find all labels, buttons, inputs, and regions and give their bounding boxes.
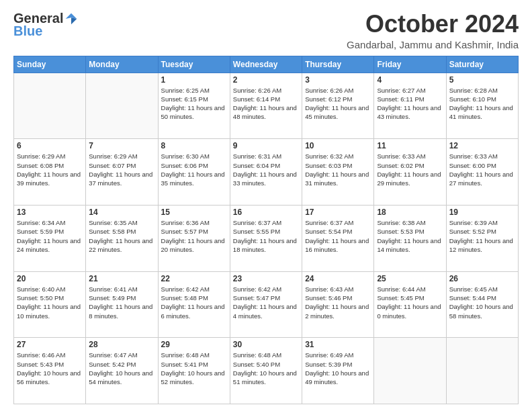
table-row: 26Sunrise: 6:45 AM Sunset: 5:44 PM Dayli…	[446, 271, 518, 338]
day-number: 20	[17, 274, 83, 283]
day-number: 23	[233, 274, 299, 283]
day-info: Sunrise: 6:45 AM Sunset: 5:44 PM Dayligh…	[449, 285, 515, 320]
day-info: Sunrise: 6:36 AM Sunset: 5:57 PM Dayligh…	[161, 218, 227, 254]
table-row: 6Sunrise: 6:29 AM Sunset: 6:08 PM Daylig…	[14, 139, 86, 205]
day-number: 31	[305, 340, 371, 349]
table-row: 11Sunrise: 6:33 AM Sunset: 6:02 PM Dayli…	[374, 139, 446, 205]
calendar-week-row: 20Sunrise: 6:40 AM Sunset: 5:50 PM Dayli…	[14, 271, 519, 338]
calendar-header-row: Sunday Monday Tuesday Wednesday Thursday…	[14, 56, 519, 73]
day-number: 24	[305, 274, 371, 283]
day-number: 16	[233, 208, 299, 217]
day-info: Sunrise: 6:43 AM Sunset: 5:46 PM Dayligh…	[305, 285, 371, 320]
col-friday: Friday	[374, 56, 446, 73]
day-info: Sunrise: 6:44 AM Sunset: 5:45 PM Dayligh…	[377, 285, 443, 320]
day-number: 11	[377, 141, 443, 150]
table-row: 14Sunrise: 6:35 AM Sunset: 5:58 PM Dayli…	[86, 205, 158, 271]
day-number: 7	[89, 141, 154, 150]
day-number: 19	[449, 208, 515, 217]
calendar-week-row: 27Sunrise: 6:46 AM Sunset: 5:43 PM Dayli…	[14, 338, 519, 404]
day-info: Sunrise: 6:34 AM Sunset: 5:59 PM Dayligh…	[17, 218, 83, 254]
table-row: 5Sunrise: 6:28 AM Sunset: 6:10 PM Daylig…	[446, 73, 518, 139]
day-number: 10	[305, 141, 371, 150]
day-info: Sunrise: 6:39 AM Sunset: 5:52 PM Dayligh…	[449, 218, 515, 254]
day-number: 14	[89, 208, 154, 217]
day-number: 28	[89, 340, 154, 349]
day-info: Sunrise: 6:47 AM Sunset: 5:42 PM Dayligh…	[89, 351, 154, 386]
table-row: 21Sunrise: 6:41 AM Sunset: 5:49 PM Dayli…	[86, 271, 158, 338]
table-row	[374, 338, 446, 404]
table-row: 8Sunrise: 6:30 AM Sunset: 6:06 PM Daylig…	[158, 139, 230, 205]
day-info: Sunrise: 6:32 AM Sunset: 6:03 PM Dayligh…	[305, 152, 371, 187]
table-row: 18Sunrise: 6:38 AM Sunset: 5:53 PM Dayli…	[374, 205, 446, 271]
day-number: 18	[377, 208, 443, 217]
day-number: 21	[89, 274, 154, 283]
table-row: 3Sunrise: 6:26 AM Sunset: 6:12 PM Daylig…	[302, 73, 374, 139]
table-row: 1Sunrise: 6:25 AM Sunset: 6:15 PM Daylig…	[158, 73, 230, 139]
title-block: October 2024 Gandarbal, Jammu and Kashmi…	[347, 11, 519, 50]
calendar-week-row: 6Sunrise: 6:29 AM Sunset: 6:08 PM Daylig…	[14, 139, 519, 205]
table-row: 29Sunrise: 6:48 AM Sunset: 5:41 PM Dayli…	[158, 338, 230, 404]
day-number: 3	[305, 75, 371, 85]
table-row: 24Sunrise: 6:43 AM Sunset: 5:46 PM Dayli…	[302, 271, 374, 338]
table-row: 17Sunrise: 6:37 AM Sunset: 5:54 PM Dayli…	[302, 205, 374, 271]
table-row: 22Sunrise: 6:42 AM Sunset: 5:48 PM Dayli…	[158, 271, 230, 338]
day-info: Sunrise: 6:37 AM Sunset: 5:55 PM Dayligh…	[233, 218, 299, 254]
day-info: Sunrise: 6:46 AM Sunset: 5:43 PM Dayligh…	[17, 351, 83, 386]
day-info: Sunrise: 6:26 AM Sunset: 6:12 PM Dayligh…	[305, 86, 371, 122]
day-info: Sunrise: 6:38 AM Sunset: 5:53 PM Dayligh…	[377, 218, 443, 254]
day-number: 29	[161, 340, 227, 349]
day-number: 22	[161, 274, 227, 283]
col-wednesday: Wednesday	[230, 56, 302, 73]
day-info: Sunrise: 6:30 AM Sunset: 6:06 PM Dayligh…	[161, 152, 227, 187]
table-row: 28Sunrise: 6:47 AM Sunset: 5:42 PM Dayli…	[86, 338, 158, 404]
day-number: 12	[449, 141, 515, 150]
day-info: Sunrise: 6:29 AM Sunset: 6:08 PM Dayligh…	[17, 152, 83, 187]
day-info: Sunrise: 6:41 AM Sunset: 5:49 PM Dayligh…	[89, 285, 154, 320]
day-number: 27	[17, 340, 83, 349]
day-number: 1	[161, 75, 227, 85]
day-info: Sunrise: 6:48 AM Sunset: 5:40 PM Dayligh…	[233, 351, 299, 386]
table-row: 2Sunrise: 6:26 AM Sunset: 6:14 PM Daylig…	[230, 73, 302, 139]
table-row: 4Sunrise: 6:27 AM Sunset: 6:11 PM Daylig…	[374, 73, 446, 139]
day-info: Sunrise: 6:42 AM Sunset: 5:48 PM Dayligh…	[161, 285, 227, 320]
table-row: 10Sunrise: 6:32 AM Sunset: 6:03 PM Dayli…	[302, 139, 374, 205]
day-number: 30	[233, 340, 299, 349]
logo-blue: Blue	[13, 24, 42, 39]
col-tuesday: Tuesday	[158, 56, 230, 73]
page-header: General Blue October 2024 Gandarbal, Jam…	[13, 11, 519, 50]
table-row: 23Sunrise: 6:42 AM Sunset: 5:47 PM Dayli…	[230, 271, 302, 338]
table-row: 30Sunrise: 6:48 AM Sunset: 5:40 PM Dayli…	[230, 338, 302, 404]
table-row: 16Sunrise: 6:37 AM Sunset: 5:55 PM Dayli…	[230, 205, 302, 271]
day-info: Sunrise: 6:29 AM Sunset: 6:07 PM Dayligh…	[89, 152, 154, 187]
day-number: 8	[161, 141, 227, 150]
day-info: Sunrise: 6:42 AM Sunset: 5:47 PM Dayligh…	[233, 285, 299, 320]
col-monday: Monday	[86, 56, 158, 73]
day-number: 2	[233, 75, 299, 85]
day-info: Sunrise: 6:25 AM Sunset: 6:15 PM Dayligh…	[161, 86, 227, 122]
table-row: 7Sunrise: 6:29 AM Sunset: 6:07 PM Daylig…	[86, 139, 158, 205]
table-row: 19Sunrise: 6:39 AM Sunset: 5:52 PM Dayli…	[446, 205, 518, 271]
location: Gandarbal, Jammu and Kashmir, India	[347, 39, 519, 50]
table-row	[86, 73, 158, 139]
svg-marker-1	[71, 17, 77, 24]
day-info: Sunrise: 6:49 AM Sunset: 5:39 PM Dayligh…	[305, 351, 371, 386]
day-number: 17	[305, 208, 371, 217]
day-number: 5	[449, 75, 515, 85]
table-row: 20Sunrise: 6:40 AM Sunset: 5:50 PM Dayli…	[14, 271, 86, 338]
day-number: 26	[449, 274, 515, 283]
day-number: 15	[161, 208, 227, 217]
day-number: 4	[377, 75, 443, 85]
day-info: Sunrise: 6:40 AM Sunset: 5:50 PM Dayligh…	[17, 285, 83, 320]
day-info: Sunrise: 6:48 AM Sunset: 5:41 PM Dayligh…	[161, 351, 227, 386]
calendar-week-row: 1Sunrise: 6:25 AM Sunset: 6:15 PM Daylig…	[14, 73, 519, 139]
table-row: 9Sunrise: 6:31 AM Sunset: 6:04 PM Daylig…	[230, 139, 302, 205]
table-row: 12Sunrise: 6:33 AM Sunset: 6:00 PM Dayli…	[446, 139, 518, 205]
day-number: 6	[17, 141, 83, 150]
calendar-week-row: 13Sunrise: 6:34 AM Sunset: 5:59 PM Dayli…	[14, 205, 519, 271]
day-info: Sunrise: 6:27 AM Sunset: 6:11 PM Dayligh…	[377, 86, 443, 122]
col-sunday: Sunday	[14, 56, 86, 73]
logo-icon	[64, 12, 78, 26]
table-row: 13Sunrise: 6:34 AM Sunset: 5:59 PM Dayli…	[14, 205, 86, 271]
day-number: 25	[377, 274, 443, 283]
table-row: 25Sunrise: 6:44 AM Sunset: 5:45 PM Dayli…	[374, 271, 446, 338]
